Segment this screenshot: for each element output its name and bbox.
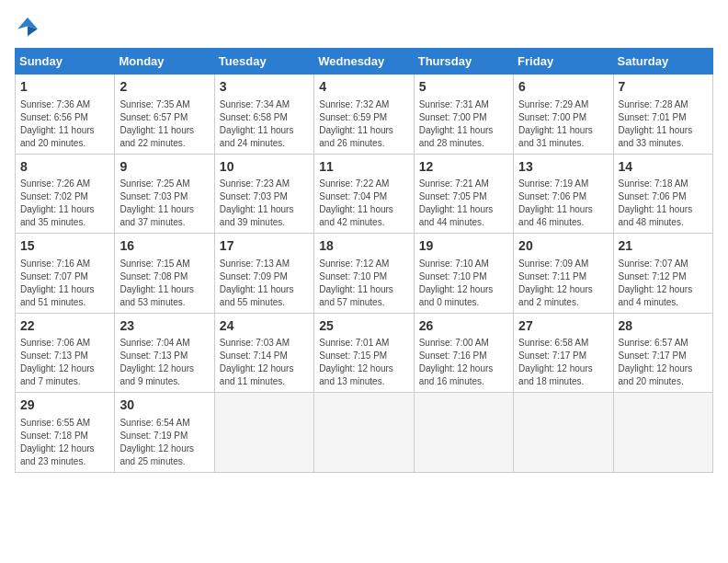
calendar-cell [414, 393, 513, 473]
day-number: 27 [518, 317, 608, 336]
day-number: 13 [518, 158, 608, 177]
calendar-cell: 27Sunrise: 6:58 AM Sunset: 7:17 PM Dayli… [514, 313, 613, 393]
day-number: 28 [619, 317, 708, 336]
day-info: Sunrise: 6:57 AM Sunset: 7:17 PM Dayligh… [619, 337, 708, 388]
day-number: 6 [518, 78, 608, 97]
calendar-cell: 12Sunrise: 7:21 AM Sunset: 7:05 PM Dayli… [414, 154, 513, 234]
day-info: Sunrise: 7:16 AM Sunset: 7:07 PM Dayligh… [20, 258, 109, 309]
calendar-cell: 22Sunrise: 7:06 AM Sunset: 7:13 PM Dayli… [16, 313, 115, 393]
calendar-cell [613, 393, 712, 473]
calendar-cell: 17Sunrise: 7:13 AM Sunset: 7:09 PM Dayli… [214, 234, 313, 314]
day-number: 8 [20, 158, 109, 177]
calendar-cell: 18Sunrise: 7:12 AM Sunset: 7:10 PM Dayli… [314, 234, 414, 314]
day-info: Sunrise: 6:54 AM Sunset: 7:19 PM Dayligh… [119, 417, 209, 468]
calendar-cell: 2Sunrise: 7:35 AM Sunset: 6:57 PM Daylig… [115, 75, 214, 155]
day-info: Sunrise: 7:15 AM Sunset: 7:08 PM Dayligh… [119, 258, 209, 309]
calendar-cell: 5Sunrise: 7:31 AM Sunset: 7:00 PM Daylig… [414, 75, 513, 155]
day-number: 4 [319, 78, 408, 97]
calendar-cell: 6Sunrise: 7:29 AM Sunset: 7:00 PM Daylig… [514, 75, 613, 155]
calendar-cell: 1Sunrise: 7:36 AM Sunset: 6:56 PM Daylig… [16, 75, 115, 155]
day-info: Sunrise: 7:21 AM Sunset: 7:05 PM Dayligh… [419, 178, 508, 229]
calendar-cell: 14Sunrise: 7:18 AM Sunset: 7:06 PM Dayli… [613, 154, 712, 234]
header-wednesday: Wednesday [314, 49, 414, 75]
day-number: 22 [20, 317, 109, 336]
calendar-cell [314, 393, 414, 473]
week-row-2: 8Sunrise: 7:26 AM Sunset: 7:02 PM Daylig… [16, 154, 713, 234]
calendar-cell: 7Sunrise: 7:28 AM Sunset: 7:01 PM Daylig… [613, 75, 712, 155]
header-friday: Friday [514, 49, 613, 75]
day-number: 24 [220, 317, 309, 336]
day-info: Sunrise: 7:09 AM Sunset: 7:11 PM Dayligh… [518, 258, 608, 309]
day-info: Sunrise: 7:10 AM Sunset: 7:10 PM Dayligh… [419, 258, 508, 309]
day-info: Sunrise: 7:00 AM Sunset: 7:16 PM Dayligh… [419, 337, 508, 388]
calendar-cell: 4Sunrise: 7:32 AM Sunset: 6:59 PM Daylig… [314, 75, 414, 155]
day-number: 2 [119, 78, 209, 97]
day-info: Sunrise: 7:26 AM Sunset: 7:02 PM Dayligh… [20, 178, 109, 229]
calendar-cell: 8Sunrise: 7:26 AM Sunset: 7:02 PM Daylig… [16, 154, 115, 234]
day-number: 14 [619, 158, 708, 177]
week-row-3: 15Sunrise: 7:16 AM Sunset: 7:07 PM Dayli… [16, 234, 713, 314]
day-info: Sunrise: 7:12 AM Sunset: 7:10 PM Dayligh… [319, 258, 408, 309]
day-number: 3 [220, 78, 309, 97]
day-number: 10 [220, 158, 309, 177]
calendar-table: SundayMondayTuesdayWednesdayThursdayFrid… [15, 48, 713, 473]
day-info: Sunrise: 7:03 AM Sunset: 7:14 PM Dayligh… [220, 337, 309, 388]
header-saturday: Saturday [613, 49, 712, 75]
logo [15, 15, 44, 40]
calendar-cell [214, 393, 313, 473]
header-monday: Monday [115, 49, 214, 75]
day-number: 20 [518, 237, 608, 256]
calendar-cell: 9Sunrise: 7:25 AM Sunset: 7:03 PM Daylig… [115, 154, 214, 234]
day-number: 11 [319, 158, 408, 177]
day-number: 21 [619, 237, 708, 256]
header-thursday: Thursday [414, 49, 513, 75]
day-number: 17 [220, 237, 309, 256]
calendar-header-row: SundayMondayTuesdayWednesdayThursdayFrid… [16, 49, 713, 75]
day-number: 19 [419, 237, 508, 256]
day-info: Sunrise: 7:34 AM Sunset: 6:58 PM Dayligh… [220, 98, 309, 150]
day-info: Sunrise: 7:19 AM Sunset: 7:06 PM Dayligh… [518, 178, 608, 229]
day-number: 5 [419, 78, 508, 97]
day-number: 9 [119, 158, 209, 177]
day-number: 12 [419, 158, 508, 177]
day-info: Sunrise: 7:01 AM Sunset: 7:15 PM Dayligh… [319, 337, 408, 388]
day-number: 15 [20, 237, 109, 256]
day-number: 25 [319, 317, 408, 336]
page-header [15, 15, 713, 40]
day-info: Sunrise: 6:58 AM Sunset: 7:17 PM Dayligh… [518, 337, 608, 388]
day-number: 18 [319, 237, 408, 256]
day-info: Sunrise: 7:36 AM Sunset: 6:56 PM Dayligh… [20, 98, 109, 150]
day-info: Sunrise: 6:55 AM Sunset: 7:18 PM Dayligh… [20, 417, 109, 468]
calendar-cell: 29Sunrise: 6:55 AM Sunset: 7:18 PM Dayli… [16, 393, 115, 473]
day-number: 26 [419, 317, 508, 336]
calendar-cell: 10Sunrise: 7:23 AM Sunset: 7:03 PM Dayli… [214, 154, 313, 234]
day-number: 16 [119, 237, 209, 256]
day-info: Sunrise: 7:06 AM Sunset: 7:13 PM Dayligh… [20, 337, 109, 388]
calendar-cell: 20Sunrise: 7:09 AM Sunset: 7:11 PM Dayli… [514, 234, 613, 314]
calendar-cell: 13Sunrise: 7:19 AM Sunset: 7:06 PM Dayli… [514, 154, 613, 234]
week-row-5: 29Sunrise: 6:55 AM Sunset: 7:18 PM Dayli… [16, 393, 713, 473]
calendar-cell: 28Sunrise: 6:57 AM Sunset: 7:17 PM Dayli… [613, 313, 712, 393]
day-number: 29 [20, 396, 109, 415]
day-number: 23 [119, 317, 209, 336]
day-info: Sunrise: 7:25 AM Sunset: 7:03 PM Dayligh… [119, 178, 209, 229]
week-row-4: 22Sunrise: 7:06 AM Sunset: 7:13 PM Dayli… [16, 313, 713, 393]
day-number: 7 [619, 78, 708, 97]
day-info: Sunrise: 7:23 AM Sunset: 7:03 PM Dayligh… [220, 178, 309, 229]
day-info: Sunrise: 7:31 AM Sunset: 7:00 PM Dayligh… [419, 98, 508, 150]
calendar-cell: 21Sunrise: 7:07 AM Sunset: 7:12 PM Dayli… [613, 234, 712, 314]
calendar-cell: 16Sunrise: 7:15 AM Sunset: 7:08 PM Dayli… [115, 234, 214, 314]
day-info: Sunrise: 7:13 AM Sunset: 7:09 PM Dayligh… [220, 258, 309, 309]
calendar-cell: 3Sunrise: 7:34 AM Sunset: 6:58 PM Daylig… [214, 75, 313, 155]
day-info: Sunrise: 7:22 AM Sunset: 7:04 PM Dayligh… [319, 178, 408, 229]
calendar-cell: 15Sunrise: 7:16 AM Sunset: 7:07 PM Dayli… [16, 234, 115, 314]
header-sunday: Sunday [16, 49, 115, 75]
calendar-cell: 25Sunrise: 7:01 AM Sunset: 7:15 PM Dayli… [314, 313, 414, 393]
calendar-cell: 30Sunrise: 6:54 AM Sunset: 7:19 PM Dayli… [115, 393, 214, 473]
week-row-1: 1Sunrise: 7:36 AM Sunset: 6:56 PM Daylig… [16, 75, 713, 155]
calendar-cell: 26Sunrise: 7:00 AM Sunset: 7:16 PM Dayli… [414, 313, 513, 393]
calendar-cell [514, 393, 613, 473]
day-info: Sunrise: 7:07 AM Sunset: 7:12 PM Dayligh… [619, 258, 708, 309]
day-number: 30 [119, 396, 209, 415]
calendar-cell: 11Sunrise: 7:22 AM Sunset: 7:04 PM Dayli… [314, 154, 414, 234]
